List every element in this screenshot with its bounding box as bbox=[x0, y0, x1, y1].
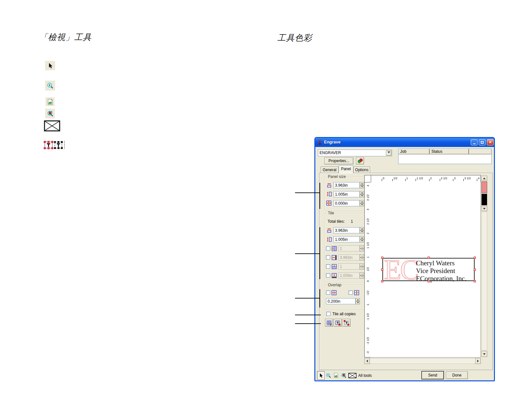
plate-text-line: ECorporation, Inc. bbox=[416, 275, 467, 282]
callout-line-panel-size bbox=[295, 192, 320, 193]
tile-rows-spinner bbox=[360, 263, 364, 269]
ruler-label: 2 bbox=[429, 177, 432, 181]
selection-handle[interactable] bbox=[428, 280, 430, 282]
combobox-dropdown-button[interactable] bbox=[386, 150, 391, 156]
tab-general[interactable]: General bbox=[320, 166, 339, 173]
panel-width-spinner[interactable] bbox=[360, 182, 364, 188]
preview-page-icon bbox=[45, 97, 54, 106]
tile-all-copies-label: Tile all copies bbox=[332, 312, 356, 316]
engraving-plate[interactable]: EC Cheryl Waters Vice President ECorpora… bbox=[382, 258, 475, 281]
tile-selection-icon bbox=[335, 320, 340, 326]
overlap-horizontal-icon bbox=[331, 290, 337, 295]
page-preview-button[interactable] bbox=[332, 372, 340, 379]
minimize-button[interactable] bbox=[471, 139, 478, 145]
palette-scroll-down-button[interactable] bbox=[481, 206, 487, 211]
tile-grid-button[interactable] bbox=[325, 319, 333, 327]
tile-selection-button[interactable] bbox=[334, 319, 342, 327]
empty-column-header bbox=[469, 149, 491, 154]
vertical-scrollbar-track[interactable] bbox=[481, 212, 487, 350]
done-button[interactable]: Done bbox=[446, 371, 468, 379]
selection-handle[interactable] bbox=[428, 257, 430, 259]
callout-line-tile-buttons bbox=[295, 323, 321, 324]
select-arrow-icon bbox=[45, 61, 55, 70]
ruler-label: 1 1/2 bbox=[416, 177, 423, 181]
horizontal-scroll-right-button[interactable] bbox=[475, 358, 481, 364]
callout-line-tile bbox=[295, 253, 320, 254]
close-button[interactable]: ✕ bbox=[487, 139, 494, 145]
palette-swatch-salmon[interactable] bbox=[481, 181, 487, 193]
tile-width-spinner[interactable] bbox=[360, 227, 364, 233]
overlap-spinner[interactable] bbox=[356, 298, 360, 304]
ruler-label: 1/2 bbox=[366, 265, 370, 273]
panel-width-icon bbox=[326, 183, 332, 188]
selection-handle[interactable] bbox=[474, 269, 476, 271]
device-combobox[interactable]: ENGRAVER bbox=[318, 150, 392, 156]
horizontal-scrollbar-track[interactable] bbox=[364, 358, 481, 364]
zoom-tool-button[interactable] bbox=[325, 372, 332, 379]
horizontal-scroll-left-button[interactable] bbox=[364, 358, 370, 364]
selection-handle[interactable] bbox=[381, 269, 383, 271]
callout-bracket-tile bbox=[320, 227, 320, 279]
job-column-header[interactable]: Job bbox=[399, 149, 429, 154]
panel-margin-field[interactable]: 0.000in bbox=[333, 200, 360, 206]
selection-handle[interactable] bbox=[474, 257, 476, 259]
ruler-label: 1 1/2 bbox=[366, 241, 370, 250]
engrave-app-icon bbox=[317, 140, 322, 145]
tile-row-height-checkbox[interactable] bbox=[326, 273, 330, 278]
overlap-field[interactable]: 0.200in bbox=[326, 298, 356, 304]
selection-handle[interactable] bbox=[381, 280, 383, 282]
ruler-label: 2 bbox=[366, 229, 370, 238]
ruler-top: 0 1/2 1 1 1/2 2 2 1/2 3 3 1/2 4 bbox=[371, 175, 481, 182]
panel-height-field[interactable]: 1.005in bbox=[333, 191, 360, 197]
ruler-label: 3 bbox=[453, 177, 456, 181]
tile-columns-checkbox[interactable] bbox=[326, 246, 330, 250]
wireframe-tool-button[interactable] bbox=[348, 372, 357, 379]
text-handles-black-icon bbox=[54, 141, 65, 150]
tile-rows-field: 1 bbox=[338, 263, 360, 269]
plate-logo: EC bbox=[384, 259, 418, 280]
ruler-label: -1/2 bbox=[366, 289, 370, 297]
send-button[interactable]: Send bbox=[422, 371, 444, 379]
tab-panel[interactable]: Panel bbox=[339, 165, 353, 173]
tile-all-copies-checkbox[interactable] bbox=[326, 312, 330, 316]
panel-height-spinner[interactable] bbox=[360, 191, 364, 197]
tile-rows-checkbox[interactable] bbox=[326, 264, 330, 269]
palette-scroll-up-button[interactable] bbox=[481, 176, 487, 181]
properties-button[interactable]: Properties... bbox=[324, 157, 353, 164]
zoom-selection-icon bbox=[341, 373, 347, 378]
status-column-header[interactable]: Status bbox=[429, 149, 469, 154]
maximize-button[interactable] bbox=[479, 139, 486, 145]
tile-row-height-icon bbox=[331, 273, 337, 278]
select-tool-button[interactable] bbox=[317, 371, 325, 380]
overlap-vertical-checkbox[interactable] bbox=[349, 290, 353, 295]
tab-options[interactable]: Options bbox=[353, 166, 370, 173]
callout-bracket-panel-size bbox=[320, 183, 320, 209]
selection-handle[interactable] bbox=[381, 257, 383, 259]
overlap-horizontal-checkbox[interactable] bbox=[326, 290, 330, 295]
tile-row-height-field: 1.005in bbox=[338, 272, 360, 279]
tile-column-width-checkbox[interactable] bbox=[326, 255, 330, 259]
palette-swatch-black[interactable] bbox=[481, 194, 487, 205]
zoom-selection-button[interactable] bbox=[340, 372, 347, 379]
job-queue-list[interactable]: Job Status bbox=[398, 149, 492, 164]
panel-margin-spinner[interactable] bbox=[360, 200, 364, 206]
wireframe-box-icon bbox=[44, 120, 60, 132]
tool-colors-button[interactable] bbox=[356, 157, 364, 164]
tile-selection-dashed-icon bbox=[344, 320, 349, 326]
tile-height-field[interactable]: 1.005in bbox=[333, 236, 360, 242]
dialog-title: Engrave bbox=[324, 140, 340, 144]
text-handles-red-icon bbox=[44, 141, 54, 150]
title-bar[interactable]: Engrave ✕ bbox=[315, 138, 494, 147]
panel-width-field[interactable]: 3.963in bbox=[333, 182, 360, 188]
zoom-in-icon bbox=[45, 81, 55, 91]
tile-columns-spinner bbox=[360, 245, 364, 251]
tile-selection-dashed-button[interactable] bbox=[342, 319, 350, 327]
preview-page-icon bbox=[333, 373, 339, 378]
overlap-group-label: Overlap bbox=[327, 283, 342, 287]
heading-tool-colors: 工具色彩 bbox=[277, 32, 312, 44]
vertical-scroll-down-button[interactable] bbox=[481, 351, 487, 357]
selection-handle[interactable] bbox=[474, 280, 476, 282]
tile-width-field[interactable]: 3.963in bbox=[333, 227, 360, 233]
tile-row-height-spinner bbox=[360, 272, 364, 279]
tile-height-spinner[interactable] bbox=[360, 236, 364, 242]
